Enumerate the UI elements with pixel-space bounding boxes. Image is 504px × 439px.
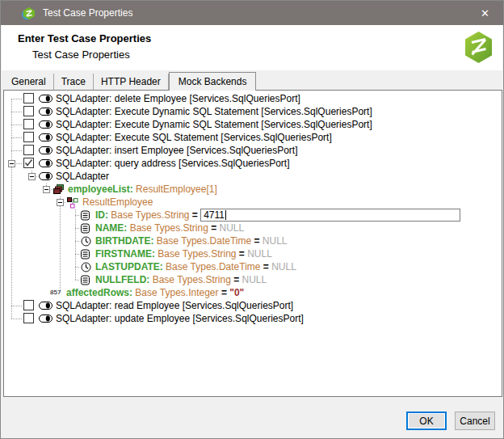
checkbox-unchecked[interactable] [23, 145, 34, 155]
tab-trace[interactable]: Trace [54, 74, 94, 90]
tree-connector-stub [75, 241, 79, 242]
tree-item[interactable]: SQLAdapter: Execute Dynamic SQL Statemen… [4, 105, 502, 118]
tab-mock-backends[interactable]: Mock Backends [169, 72, 257, 91]
label-segment: = [263, 260, 271, 273]
brand-hexagon-icon [464, 31, 494, 64]
adapter-icon [39, 133, 53, 142]
tree-item[interactable]: SQLAdapter: query address [Services.SqlQ… [4, 157, 502, 170]
collapse-minus-icon[interactable] [57, 199, 64, 206]
tree-item[interactable]: ID: Base Types.String = 4711 [4, 209, 502, 222]
tree-item-label: BIRTHDATE: Base Types.DateTime = NULL [95, 234, 288, 247]
tree-item[interactable]: employeeList: ResultEmployee[1] [4, 183, 502, 196]
label-segment: SQLAdapter: read Employee [Services.SqlQ… [56, 299, 293, 312]
struct-icon [67, 197, 78, 209]
tree-item-label: SQLAdapter: update Employee [Services.Sq… [56, 312, 304, 325]
collapse-minus-icon[interactable] [28, 173, 36, 180]
tree-connector-stub [36, 176, 37, 177]
label-segment: = [192, 209, 200, 222]
tree-item[interactable]: SQLAdapter: update Employee [Services.Sq… [4, 312, 502, 325]
label-segment: NULL [271, 260, 296, 273]
label-segment: affectedRows: [66, 286, 132, 299]
tree-item-label: LASTUPDATE: Base Types.DateTime = NULL [95, 260, 296, 273]
tree-item[interactable]: LASTUPDATE: Base Types.DateTime = NULL [4, 260, 502, 273]
tree-connector-stub [16, 163, 22, 164]
label-segment: Base Types.String [149, 273, 233, 286]
tree-item[interactable]: SQLAdapter: Execute Dynamic SQL Statemen… [4, 118, 502, 131]
label-segment: NULL [262, 234, 288, 247]
window-title: Test Case Properties [43, 7, 132, 19]
label-segment: NULL [220, 222, 245, 234]
checkbox-unchecked[interactable] [23, 119, 34, 129]
tree-connector-stub [11, 137, 22, 138]
tree-item-label: SQLAdapter: insert Employee [Services.Sq… [56, 144, 297, 157]
label-segment: employeeList: [68, 183, 133, 196]
label-segment: = [233, 273, 242, 286]
tree-item-label: ResultEmployee [82, 196, 153, 209]
adapter-icon [39, 314, 53, 323]
label-segment: SQLAdapter: Execute Dynamic SQL Statemen… [56, 118, 372, 131]
label-segment: NAME: [95, 222, 127, 234]
tree-item[interactable]: NAME: Base Types.String = NULL [4, 222, 502, 234]
adapter-icon [39, 301, 53, 310]
checkbox-unchecked[interactable] [23, 132, 34, 142]
tree-item-label: SQLAdapter: Execute Dynamic SQL Statemen… [56, 118, 372, 131]
label-segment: BIRTHDATE: [95, 234, 153, 247]
tree-item-label: SQLAdapter: query address [Services.SqlQ… [56, 157, 289, 170]
tab-bar: GeneralTraceHTTP HeaderMock Backends [4, 70, 500, 90]
tree-connector-stub [65, 202, 65, 203]
tree-item-label: FIRSTNAME: Base Types.String = NULL [95, 247, 272, 260]
tree-item[interactable]: SQLAdapter: delete Employee [Services.Sq… [4, 92, 502, 105]
checkbox-unchecked[interactable] [23, 106, 34, 116]
tree-connector-stub [51, 189, 52, 190]
adapter-icon [39, 120, 53, 129]
tree-item[interactable]: 857affectedRows: Base Types.Integer = "0… [4, 286, 502, 299]
checkbox-unchecked[interactable] [23, 313, 34, 323]
label-segment: Base Types.DateTime [153, 234, 254, 247]
tree-connector-stub [75, 215, 79, 216]
tree-item-label: NAME: Base Types.String = NULL [95, 222, 244, 234]
mock-backends-panel: SQLAdapter: delete Employee [Services.Sq… [3, 90, 502, 397]
adapter-icon [39, 146, 53, 155]
label-segment: Base Types.Integer [132, 286, 221, 299]
tree-item[interactable]: SQLAdapter: Execute SQL Statement [Servi… [4, 131, 502, 144]
ok-button[interactable]: OK [406, 412, 447, 430]
tab-http-header[interactable]: HTTP Header [94, 74, 169, 90]
close-icon[interactable]: ✕ [467, 1, 503, 25]
label-segment: = [211, 222, 219, 234]
label-segment: = [239, 247, 247, 260]
tree-item[interactable]: SQLAdapter: insert Employee [Services.Sq… [4, 144, 502, 157]
tree-item[interactable]: NULLFELD: Base Types.String = NULL [4, 273, 502, 286]
tree-connector-stub [75, 267, 79, 268]
checkbox-checked[interactable] [23, 158, 34, 168]
label-segment: SQLAdapter: Execute Dynamic SQL Statemen… [56, 105, 372, 118]
label-segment: Base Types.String [108, 209, 192, 222]
id-value-input[interactable]: 4711 [200, 209, 460, 222]
collapse-minus-icon[interactable] [43, 186, 50, 193]
checkbox-unchecked[interactable] [23, 93, 34, 103]
label-segment: LASTUPDATE: [95, 260, 163, 273]
tree-connector-stub [11, 125, 22, 125]
tree-item[interactable]: BIRTHDATE: Base Types.DateTime = NULL [4, 234, 502, 247]
label-segment: SQLAdapter: Execute SQL Statement [Servi… [56, 131, 332, 144]
tree-item[interactable]: FIRSTNAME: Base Types.String = NULL [4, 247, 502, 260]
tree-connector-stub [75, 280, 79, 281]
cancel-button[interactable]: Cancel [455, 412, 495, 430]
collapse-minus-icon[interactable] [8, 160, 15, 167]
label-segment: = [221, 286, 229, 299]
label-segment: "0" [229, 286, 244, 299]
adapter-icon [39, 107, 53, 116]
tree-item-label: NULLFELD: Base Types.String = NULL [95, 273, 267, 286]
label-segment: ID: [95, 209, 108, 222]
page-title: Enter Test Case Properties [18, 32, 151, 44]
dataset-icon [53, 184, 65, 195]
checkbox-unchecked[interactable] [23, 300, 34, 310]
tree-item-label: SQLAdapter: Execute Dynamic SQL Statemen… [56, 105, 372, 118]
tree-item[interactable]: SQLAdapter: read Employee [Services.SqlQ… [4, 299, 502, 312]
tree-item-label: SQLAdapter [56, 170, 109, 183]
tree-item[interactable]: SQLAdapter [4, 170, 502, 183]
label-segment: NULL [247, 247, 272, 260]
tab-general[interactable]: General [4, 74, 54, 90]
tree-connector-stub [11, 99, 22, 99]
tree-item[interactable]: ResultEmployee [4, 196, 502, 209]
label-segment: ResultEmployee[1] [133, 183, 217, 196]
